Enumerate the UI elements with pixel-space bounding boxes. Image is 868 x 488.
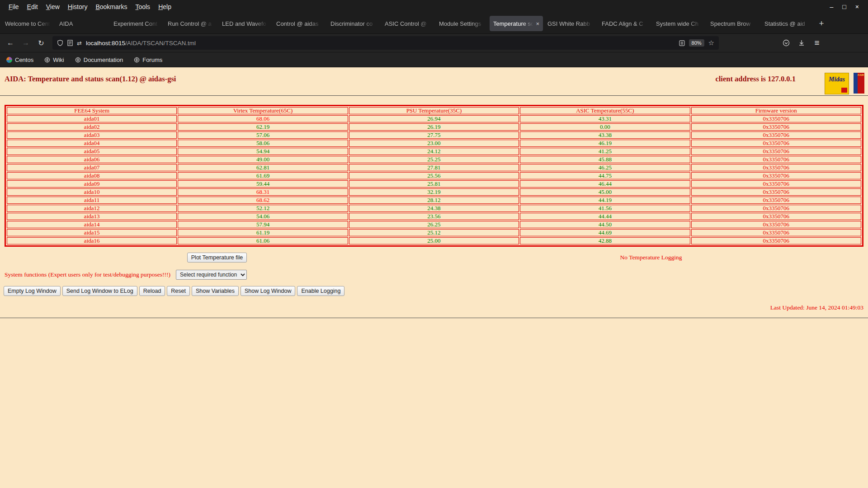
show-variables-button[interactable]: Show Variables [192,286,239,296]
bookmarks-bar: CentosWikiDocumentationForums [0,52,868,67]
asic-temperature-cell: 43.31 [520,115,690,122]
asic-temperature-cell: 45.00 [520,188,690,196]
tab-asic-control[interactable]: ASIC Control @ [381,16,434,31]
client-address: client address is 127.0.0.1 [715,75,796,84]
tab-module-settings[interactable]: Module Settings [435,16,489,31]
tab-label: Module Settings [439,20,485,27]
tab-welcome-to-cent[interactable]: Welcome to Cent [1,16,55,31]
function-select[interactable]: Select required function [176,270,247,280]
globe-icon [75,57,81,63]
table-row: aida1561.1925.1244.690x3350706 [7,229,861,236]
tab-led-and-wavefo[interactable]: LED and Wavefo [218,16,272,31]
close-button[interactable]: × [855,3,859,10]
menu-edit[interactable]: Edit [23,3,42,10]
tab-spectrum-brow[interactable]: Spectrum Brow [707,16,760,31]
maximize-button[interactable]: □ [842,3,846,10]
psu-temperature-cell: 23.00 [349,140,519,147]
tab-close-icon[interactable]: × [536,20,539,27]
url-bar[interactable]: ⇄ localhost:8015/AIDA/TSCAN/TSCAN.tml 80… [52,36,719,50]
tab-discriminator-co[interactable]: Discriminator co [327,16,380,31]
table-row: aida0554.9424.1241.250x3350706 [7,148,861,155]
asic-temperature-cell: 44.50 [520,221,690,228]
enable-logging-button[interactable]: Enable Logging [297,286,344,296]
empty-log-window-button[interactable]: Empty Log Window [4,286,61,296]
page-info-icon[interactable] [67,40,73,46]
table-row: aida0649.0025.2545.880x3350706 [7,156,861,163]
tab-control-aidas[interactable]: Control @ aidas [273,16,326,31]
bookmark-documentation[interactable]: Documentation [75,56,123,63]
virtex-temperature-cell: 61.69 [178,172,348,179]
asic-temperature-cell: 44.75 [520,172,690,179]
firmware-version-cell: 0x3350706 [691,237,861,244]
firmware-version-cell: 0x3350706 [691,123,861,131]
bottom-divider [0,318,868,318]
tab-label: Discriminator co [330,20,377,27]
reset-button[interactable]: Reset [167,286,190,296]
bookmarks-bar-items: CentosWikiDocumentationForums [6,56,162,63]
tab-temperature-sc[interactable]: Temperature sc× [490,16,543,31]
menu-history[interactable]: History [64,3,92,10]
menu-bookmarks[interactable]: Bookmarks [91,3,131,10]
table-row: aida1252.1224.3841.560x3350706 [7,205,861,212]
downloads-icon[interactable] [795,36,808,50]
asic-temperature-cell: 41.56 [520,205,690,212]
send-log-window-to-elog-button[interactable]: Send Log Window to ELog [62,286,137,296]
tab-system-wide-ch[interactable]: System wide Ch [652,16,706,31]
asic-temperature-cell: 44.69 [520,229,690,236]
tab-label: Experiment Cont [113,20,160,27]
tab-experiment-cont[interactable]: Experiment Cont [110,16,163,31]
virtex-temperature-cell: 62.19 [178,123,348,131]
fee64-system-cell: aida05 [7,148,177,155]
virtex-temperature-cell: 54.94 [178,148,348,155]
fee64-system-cell: aida06 [7,156,177,163]
shield-icon[interactable] [57,40,63,46]
menu-help[interactable]: Help [154,3,175,10]
tab-aida[interactable]: AIDA [56,16,109,31]
tab-label: LED and Wavefo [222,20,268,27]
table-row: aida1354.0623.5644.440x3350706 [7,213,861,220]
firmware-version-cell: 0x3350706 [691,131,861,139]
fee64-system-cell: aida11 [7,197,177,204]
fee64-system-cell: aida08 [7,172,177,179]
show-log-window-button[interactable]: Show Log Window [241,286,296,296]
reader-view-icon[interactable] [679,40,685,46]
plot-temperature-file-button[interactable]: Plot Temperature file [187,253,247,263]
menu-bar-items: FileEditViewHistoryBookmarksToolsHelp [5,3,175,10]
temperature-table-head-row: FEE64 SystemVirtex Temperature(65C)PSU T… [7,107,861,114]
bookmark-centos[interactable]: Centos [6,56,33,63]
reload-button[interactable]: Reload [139,286,165,296]
table-row: aida0357.0627.7543.380x3350706 [7,131,861,139]
top-divider [0,95,868,96]
asic-temperature-cell: 46.19 [520,140,690,147]
bookmark-star-icon[interactable]: ☆ [708,39,714,47]
permissions-icon[interactable]: ⇄ [77,40,82,47]
tab-run-control-a[interactable]: Run Control @ a [164,16,217,31]
bookmark-forums[interactable]: Forums [134,56,162,63]
forward-icon[interactable]: → [19,36,33,50]
menu-tools[interactable]: Tools [131,3,154,10]
app-menu-icon[interactable]: ≡ [810,36,824,50]
pocket-icon[interactable] [779,36,793,50]
column-header-virtex-temperature-65c: Virtex Temperature(65C) [178,107,348,114]
virtex-temperature-cell: 58.06 [178,140,348,147]
new-tab-button[interactable]: + [815,17,828,30]
fee64-system-cell: aida15 [7,229,177,236]
tab-statistics-aid[interactable]: Statistics @ aid [761,16,814,31]
minimize-button[interactable]: – [830,3,834,10]
asic-temperature-cell: 44.44 [520,213,690,220]
tab-fadc-align-c[interactable]: FADC Align & C [598,16,651,31]
asic-temperature-cell: 42.88 [520,237,690,244]
firmware-version-cell: 0x3350706 [691,115,861,122]
column-header-asic-temperature-55c: ASIC Temperature(55C) [520,107,690,114]
zoom-indicator[interactable]: 80% [689,39,704,47]
back-icon[interactable]: ← [4,36,17,50]
bookmark-wiki[interactable]: Wiki [44,56,64,63]
tab-gsi-white-rabb[interactable]: GSI White Rabb [544,16,597,31]
virtex-temperature-cell: 68.31 [178,188,348,196]
psu-temperature-cell: 25.56 [349,172,519,179]
menu-view[interactable]: View [42,3,64,10]
menu-file[interactable]: File [5,3,23,10]
reload-icon[interactable]: ↻ [34,36,48,50]
window-controls: – □ × [830,3,863,10]
url-text: localhost:8015/AIDA/TSCAN/TSCAN.tml [86,40,675,47]
